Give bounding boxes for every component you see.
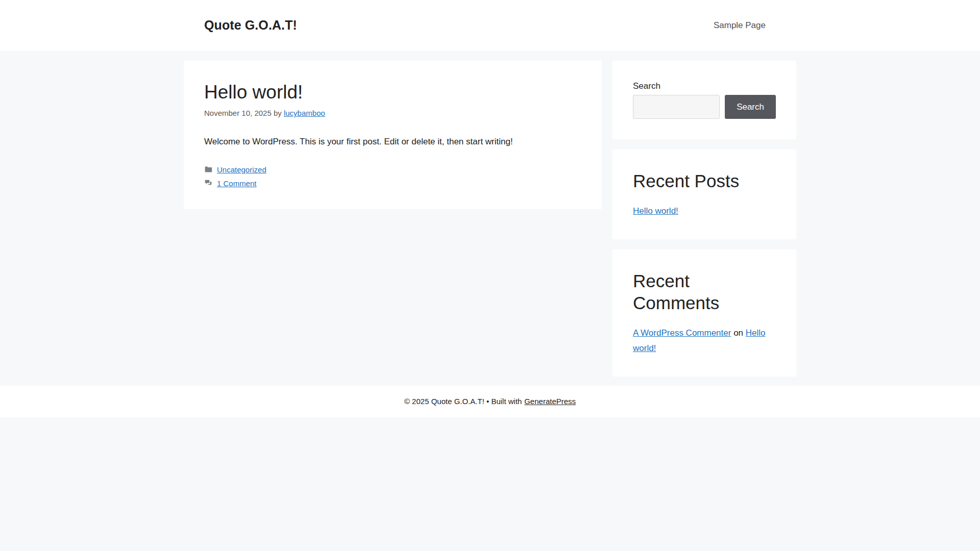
- post-meta: November 10, 2025 by lucybamboo: [204, 109, 581, 117]
- recent-posts-title: Recent Posts: [633, 170, 776, 192]
- post-footer-meta: Uncategorized 1 Comment: [204, 164, 581, 189]
- post-title: Hello world!: [204, 81, 581, 104]
- comments-icon: [204, 179, 212, 187]
- sidebar: Search Search Recent Posts Hello world! …: [612, 61, 796, 377]
- main-nav: Sample Page: [703, 0, 776, 51]
- post-date: November 10, 2025: [204, 109, 272, 117]
- category-row: Uncategorized: [204, 164, 581, 175]
- post-author-link[interactable]: lucybamboo: [284, 109, 325, 117]
- post-article: Hello world! November 10, 2025 by lucyba…: [204, 81, 581, 189]
- nav-item-sample-page[interactable]: Sample Page: [703, 0, 776, 51]
- post-body-text: Welcome to WordPress. This is your first…: [204, 135, 581, 148]
- search-input[interactable]: [633, 95, 720, 119]
- search-widget: Search Search: [612, 61, 796, 139]
- search-button[interactable]: Search: [725, 95, 776, 119]
- generatepress-link[interactable]: GeneratePress: [524, 397, 576, 406]
- post-by-label: by: [274, 109, 282, 117]
- recent-posts-list: Hello world!: [633, 204, 776, 219]
- list-item: Hello world!: [633, 204, 776, 219]
- site-header: Quote G.O.A.T! Sample Page: [0, 0, 980, 51]
- comments-row: 1 Comment: [204, 178, 581, 189]
- site-footer: © 2025 Quote G.O.A.T! • Built with Gener…: [0, 386, 980, 417]
- site-title[interactable]: Quote G.O.A.T!: [204, 18, 297, 33]
- commenter-link[interactable]: A WordPress Commenter: [633, 328, 731, 338]
- category-link[interactable]: Uncategorized: [217, 164, 266, 175]
- recent-comment-item: A WordPress Commenter on Hello world!: [633, 325, 776, 356]
- post-card: Hello world! November 10, 2025 by lucyba…: [184, 61, 602, 209]
- search-label: Search: [633, 81, 776, 91]
- recent-posts-widget: Recent Posts Hello world!: [612, 149, 796, 239]
- comments-link[interactable]: 1 Comment: [217, 178, 257, 189]
- recent-comments-widget: Recent Comments A WordPress Commenter on…: [612, 249, 796, 377]
- recent-post-link[interactable]: Hello world!: [633, 206, 678, 216]
- folder-icon: [204, 165, 212, 173]
- site-content: Hello world! November 10, 2025 by lucyba…: [184, 61, 796, 377]
- post-content: Welcome to WordPress. This is your first…: [204, 135, 581, 148]
- copyright-text: © 2025 Quote G.O.A.T! • Built with: [404, 397, 522, 406]
- recent-comments-title: Recent Comments: [633, 270, 776, 315]
- comment-connector: on: [733, 328, 743, 338]
